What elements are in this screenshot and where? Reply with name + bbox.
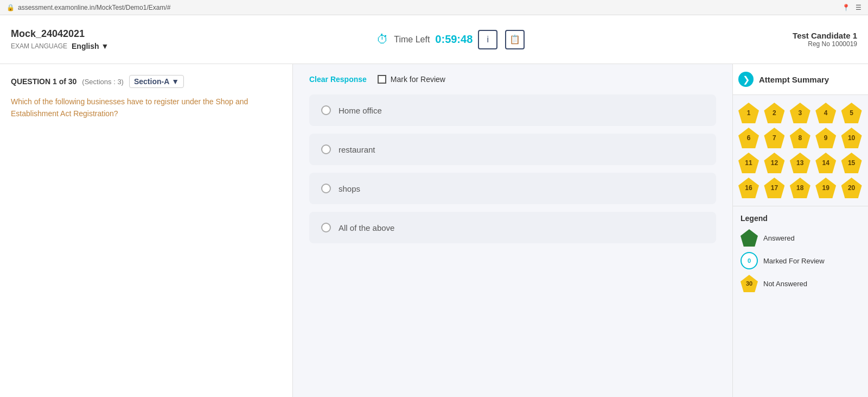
language-value: English — [72, 42, 99, 51]
summary-title: Attempt Summary — [759, 75, 829, 84]
info-button[interactable]: i — [478, 30, 497, 49]
location-icon: 📍 — [842, 4, 850, 11]
question-panel: QUESTION 1 of 30 (Sections : 3) Section-… — [0, 64, 293, 397]
chevron-right-icon: ❯ — [743, 74, 750, 85]
options-panel: Clear Response Mark for Review Home offi… — [293, 64, 732, 397]
option-d-label: All of the above — [339, 223, 394, 232]
option-a-radio[interactable] — [321, 105, 331, 115]
section-dropdown[interactable]: Section-A ▼ — [129, 75, 184, 88]
section-name: Section-A — [134, 77, 169, 86]
chevron-down-icon: ▼ — [171, 77, 179, 86]
header-center: ⏱ Time Left 0:59:48 i 📋 — [376, 30, 525, 49]
question-badge-4[interactable]: 4 — [815, 103, 836, 123]
option-c-radio[interactable] — [321, 184, 331, 193]
notes-icon: 📋 — [509, 34, 520, 45]
question-number: QUESTION 1 of 30 — [11, 77, 76, 86]
header: Mock_24042021 EXAM LANGUAGE English ▼ ⏱ … — [0, 15, 868, 64]
options-topbar: Clear Response Mark for Review — [309, 75, 716, 84]
info-icon: i — [487, 35, 489, 45]
option-c[interactable]: shops — [309, 173, 716, 204]
option-c-label: shops — [339, 184, 360, 193]
reg-prefix: Reg No — [808, 40, 830, 48]
timer-label: Time Left — [394, 35, 430, 45]
reg-number: 1000019 — [832, 40, 857, 48]
question-badge-8[interactable]: 8 — [790, 128, 810, 148]
browser-bar: 🔒 assessment.examonline.in/MockTest/Demo… — [0, 0, 868, 15]
question-badge-19[interactable]: 19 — [815, 178, 836, 198]
legend-review: 0 Marked For Review — [741, 252, 860, 269]
menu-icon: ☰ — [856, 4, 861, 11]
mark-review-checkbox[interactable] — [378, 75, 386, 84]
answered-label: Answered — [763, 234, 795, 242]
timer-value: 0:59:48 — [435, 33, 473, 46]
question-badge-5[interactable]: 5 — [841, 103, 862, 123]
question-badge-7[interactable]: 7 — [764, 128, 784, 148]
question-badge-6[interactable]: 6 — [738, 128, 759, 148]
question-badge-1[interactable]: 1 — [738, 103, 759, 123]
question-badge-3[interactable]: 3 — [790, 103, 810, 123]
browser-bar-right: 📍 ☰ — [842, 4, 861, 11]
option-b-label: restaurant — [339, 145, 375, 154]
summary-toggle-button[interactable]: ❯ — [738, 72, 754, 87]
question-badge-17[interactable]: 17 — [764, 178, 784, 198]
review-label: Marked For Review — [763, 257, 825, 265]
review-badge: 0 — [741, 252, 758, 269]
option-d-radio[interactable] — [321, 223, 331, 232]
question-badge-11[interactable]: 11 — [738, 153, 759, 173]
question-badge-2[interactable]: 2 — [764, 103, 784, 123]
main-content: QUESTION 1 of 30 (Sections : 3) Section-… — [0, 64, 868, 397]
candidate-info: Test Candidate 1 Reg No 1000019 — [793, 31, 857, 48]
question-badge-18[interactable]: 18 — [790, 178, 810, 198]
candidate-reg: Reg No 1000019 — [793, 40, 857, 48]
legend-title: Legend — [741, 214, 860, 223]
candidate-name: Test Candidate 1 — [793, 31, 857, 40]
browser-bar-left: 🔒 assessment.examonline.in/MockTest/Demo… — [7, 4, 170, 11]
question-badge-10[interactable]: 10 — [841, 128, 862, 148]
sections-label: (Sections : 3) — [82, 78, 124, 86]
option-b[interactable]: restaurant — [309, 134, 716, 165]
legend-not-answered: 30 Not Answered — [741, 275, 860, 292]
not-answered-label: Not Answered — [763, 280, 807, 288]
question-meta: QUESTION 1 of 30 (Sections : 3) Section-… — [11, 75, 282, 88]
notes-button[interactable]: 📋 — [505, 30, 525, 49]
option-a[interactable]: Home office — [309, 94, 716, 126]
mark-review-label: Mark for Review — [391, 75, 445, 84]
question-badge-16[interactable]: 16 — [738, 178, 759, 198]
question-badge-14[interactable]: 14 — [815, 153, 836, 173]
exam-title: Mock_24042021 — [11, 28, 108, 40]
language-dropdown[interactable]: English ▼ — [72, 42, 108, 51]
browser-url: assessment.examonline.in/MockTest/Demo1/… — [18, 4, 170, 11]
exam-lang-row: EXAM LANGUAGE English ▼ — [11, 42, 108, 51]
question-badge-20[interactable]: 20 — [841, 178, 862, 198]
exam-lang-label: EXAM LANGUAGE — [11, 42, 67, 50]
option-b-radio[interactable] — [321, 144, 331, 154]
question-text: Which of the following businesses have t… — [11, 96, 282, 120]
chevron-down-icon: ▼ — [101, 42, 109, 51]
question-badge-13[interactable]: 13 — [790, 153, 810, 173]
not-answered-badge: 30 — [741, 275, 758, 292]
lock-icon: 🔒 — [7, 4, 15, 11]
summary-grid: 1 2 3 4 5 6 7 8 9 10 11 12 13 14 15 16 1… — [733, 95, 868, 206]
mark-review-row[interactable]: Mark for Review — [378, 75, 445, 84]
legend-section: Legend Answered 0 Marked For Review 30 N… — [733, 206, 868, 305]
clear-response-button[interactable]: Clear Response — [309, 75, 367, 84]
option-a-label: Home office — [339, 106, 382, 115]
header-left: Mock_24042021 EXAM LANGUAGE English ▼ — [11, 28, 108, 51]
option-d[interactable]: All of the above — [309, 212, 716, 243]
legend-answered: Answered — [741, 229, 860, 247]
answered-badge — [741, 229, 758, 247]
question-badge-15[interactable]: 15 — [841, 153, 862, 173]
question-badge-9[interactable]: 9 — [815, 128, 836, 148]
summary-header: ❯ Attempt Summary — [733, 64, 868, 95]
header-icons: i 📋 — [478, 30, 525, 49]
question-badge-12[interactable]: 12 — [764, 153, 784, 173]
timer-icon: ⏱ — [376, 33, 388, 47]
summary-panel: ❯ Attempt Summary 1 2 3 4 5 6 7 8 9 10 1… — [732, 64, 868, 397]
